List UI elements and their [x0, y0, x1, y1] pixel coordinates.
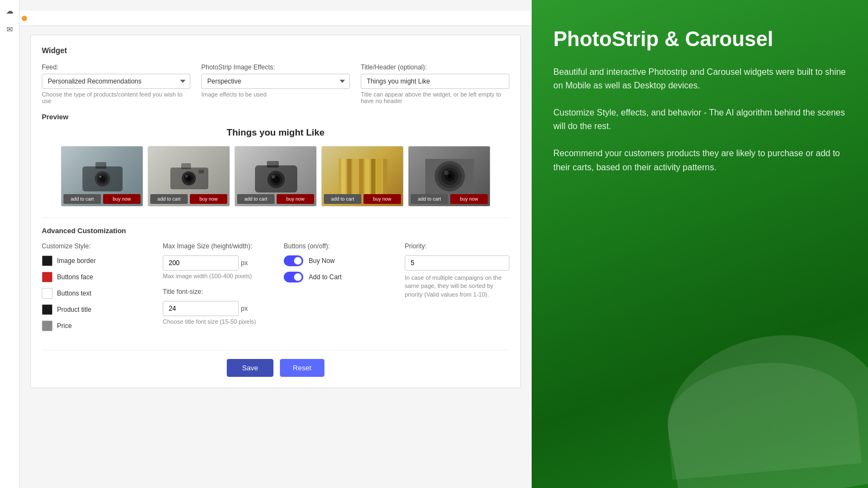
max-image-unit: px [241, 259, 248, 267]
product-buttons-5: add to cart buy now [409, 192, 490, 206]
product-card: add to cart buy now [61, 146, 143, 207]
effects-label: PhotoStrip Image Effects: [201, 63, 350, 71]
main-content: Widget Feed: Personalized Recommendation… [20, 26, 532, 488]
buttons-text-label: Buttons text [57, 290, 91, 297]
svg-rect-20 [341, 159, 346, 194]
buttons-text-swatch[interactable] [42, 288, 53, 299]
svg-rect-22 [353, 159, 358, 194]
product-title-swatch[interactable] [42, 304, 53, 315]
right-para-3: Recommend your customers products they a… [553, 146, 846, 174]
effects-select[interactable]: Perspective [201, 74, 350, 89]
reset-button[interactable]: Reset [280, 359, 324, 377]
color-item-price: Price [42, 320, 146, 331]
add-cart-toggle-label: Add to Cart [309, 273, 342, 281]
svg-point-18 [272, 175, 275, 178]
svg-rect-27 [383, 159, 387, 194]
add-to-cart-btn-3[interactable]: add to cart [237, 194, 275, 204]
feed-hint: Choose the type of products/content feed… [42, 91, 190, 104]
sidebar-icon-mail[interactable]: ✉ [4, 24, 15, 35]
left-panel: ☁ ✉ Widget Feed: Personalized Recommenda… [0, 0, 532, 488]
buy-now-slider [284, 255, 303, 266]
feed-group: Feed: Personalized Recommendations Choos… [42, 63, 190, 104]
add-to-cart-btn-5[interactable]: add to cart [411, 194, 448, 204]
top-bar [0, 11, 532, 26]
product-buttons-4: add to cart buy now [322, 192, 403, 206]
pencils-svg [339, 159, 387, 194]
camera-svg-1 [78, 159, 127, 194]
title-font-hint: Choose title font size (15-50 pixels) [163, 318, 267, 325]
buy-now-btn-5[interactable]: buy now [450, 194, 488, 204]
advanced-title: Advanced Customization [42, 227, 509, 235]
svg-rect-24 [365, 159, 369, 194]
product-card: add to cart buy now [408, 146, 490, 207]
svg-point-33 [444, 171, 449, 175]
product-buttons-3: add to cart buy now [235, 192, 316, 206]
priority-input[interactable] [405, 255, 509, 271]
title-font-input-group: px [163, 301, 267, 316]
svg-rect-1 [95, 162, 106, 169]
buy-now-btn-1[interactable]: buy now [103, 194, 141, 204]
image-border-swatch[interactable] [42, 255, 53, 266]
header-label: Title/Header (optional): [361, 63, 509, 71]
max-image-input[interactable] [163, 255, 239, 271]
buttons-face-swatch[interactable] [42, 272, 53, 282]
add-to-cart-btn-1[interactable]: add to cart [63, 194, 101, 204]
buttons-label: Buttons (on/off): [284, 242, 388, 250]
svg-rect-25 [371, 159, 375, 194]
priority-hint: In case of multiple campaigns on the sam… [405, 274, 509, 299]
header-hint: Title can appear above the widget, or be… [361, 91, 509, 104]
priority-label: Priority: [405, 242, 509, 250]
priority-col: Priority: In case of multiple campaigns … [405, 242, 509, 299]
max-image-hint: Max image width (100-400 pixels) [163, 273, 267, 279]
camera-svg-3 [252, 159, 301, 194]
add-cart-slider [284, 272, 303, 282]
buttons-col: Buttons (on/off): Buy Now [284, 242, 388, 288]
title-font-label: Title font-size: [163, 288, 267, 296]
add-cart-toggle[interactable] [284, 272, 303, 282]
add-to-cart-btn-4[interactable]: add to cart [324, 194, 361, 204]
product-buttons-2: add to cart buy now [148, 192, 229, 206]
max-image-input-group: px [163, 255, 267, 271]
customize-style-label: Customize Style: [42, 242, 146, 250]
save-button[interactable]: Save [227, 359, 273, 377]
right-para-1: Beautiful and interactive Photostrip and… [553, 65, 846, 93]
buy-now-btn-3[interactable]: buy now [277, 194, 314, 204]
add-cart-toggle-row: Add to Cart [284, 272, 388, 282]
sidebar-icon-cloud[interactable]: ☁ [4, 5, 15, 16]
title-font-unit: px [241, 305, 248, 312]
buy-now-btn-4[interactable]: buy now [363, 194, 401, 204]
camera-svg-2 [165, 159, 214, 194]
size-font-col: Max Image Size (height/width): px Max im… [163, 242, 267, 325]
advanced-section: Advanced Customization Customize Style: … [42, 217, 509, 377]
price-label: Price [57, 322, 72, 330]
add-to-cart-btn-2[interactable]: add to cart [150, 194, 188, 204]
buy-now-btn-2[interactable]: buy now [190, 194, 227, 204]
color-item-buttons-text: Buttons text [42, 288, 146, 299]
right-panel: PhotoStrip & Carousel Beautiful and inte… [532, 0, 868, 488]
buy-now-toggle[interactable] [284, 255, 303, 266]
product-strip: add to cart buy now [42, 146, 509, 207]
product-buttons-1: add to cart buy now [61, 192, 143, 206]
svg-point-5 [99, 176, 101, 178]
right-heading: PhotoStrip & Carousel [553, 27, 846, 52]
form-row-top: Feed: Personalized Recommendations Choos… [42, 63, 509, 104]
svg-rect-14 [267, 161, 279, 168]
header-input[interactable] [361, 74, 509, 89]
preview-widget-title: Things you might Like [42, 127, 509, 138]
color-item-product-title: Product title [42, 304, 146, 315]
preview-section: Preview Things you might Like [42, 113, 509, 207]
status-dot [22, 16, 27, 21]
svg-point-34 [448, 174, 452, 178]
svg-rect-7 [181, 163, 191, 169]
widget-section-title: Widget [42, 46, 509, 55]
product-card: add to cart buy now [321, 146, 404, 207]
effects-hint: Image effects to be used [201, 91, 350, 98]
svg-rect-23 [359, 159, 363, 194]
product-title-label: Product title [57, 306, 91, 313]
title-font-input[interactable] [163, 301, 239, 316]
color-item-image-border: Image border [42, 255, 146, 266]
customize-style-col: Customize Style: Image border Buttons fa… [42, 242, 146, 337]
feed-select[interactable]: Personalized Recommendations [42, 74, 190, 89]
price-swatch[interactable] [42, 320, 53, 331]
widget-section: Widget Feed: Personalized Recommendation… [30, 35, 521, 388]
